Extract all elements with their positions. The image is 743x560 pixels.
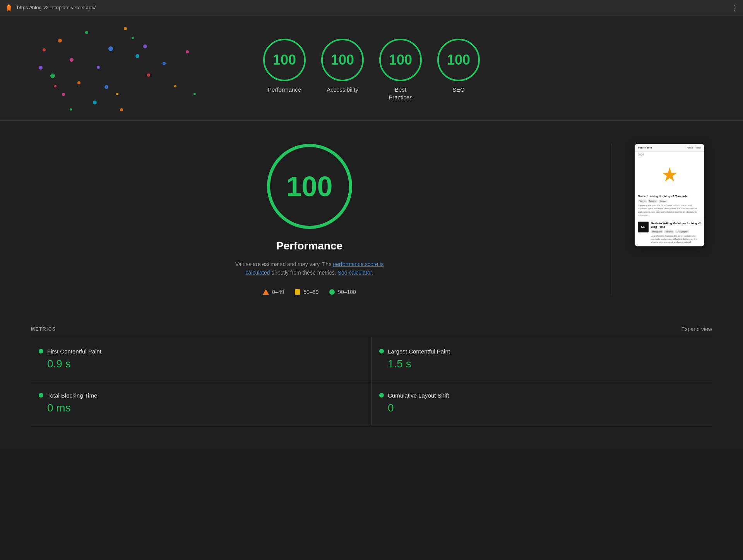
score-item-best-practices: 100 BestPractices (379, 39, 422, 101)
phone-article-1-title: Guide to using the blog.v2 Template (638, 195, 701, 198)
legend-triangle-icon (263, 289, 269, 295)
legend-circle-icon (329, 289, 335, 295)
vertical-divider (611, 144, 611, 295)
star-icon: ★ (661, 165, 678, 184)
metrics-section: METRICS Expand view First Contentful Pai… (0, 318, 743, 449)
calculator-link[interactable]: See calculator. (338, 270, 373, 276)
phone-tag-markdown: Markdown (651, 230, 663, 233)
phone-article-2: M↓ Guide to Writing Markdown for blog.v2… (635, 219, 704, 246)
phone-article-1-tags: Next.js Tailwind Vercel (638, 200, 701, 203)
phone-article-1-text: Exploring the paradox of software develo… (638, 204, 701, 217)
description-text: Values are estimated and may vary. The (235, 261, 333, 267)
metric-dot-fcp (39, 349, 43, 353)
score-item-seo: 100 SEO (437, 39, 480, 94)
phone-nav-links: About Twitter (687, 147, 701, 149)
scores-row: 100 Performance 100 Accessibility 100 Be… (0, 31, 743, 113)
score-item-performance: 100 Performance (263, 39, 306, 94)
legend-item-orange: 50–89 (295, 289, 318, 295)
phone-mockup: Your Name About Twitter 2024 ★ Guide to … (635, 144, 704, 246)
phone-tag-tailwind2: Tailwind (664, 230, 674, 233)
metric-name-fcp: First Contentful Paint (47, 348, 101, 355)
metrics-grid: First Contentful Paint 0.9 s Largest Con… (31, 337, 712, 425)
big-score-value: 100 (286, 171, 332, 202)
svg-marker-1 (7, 4, 9, 6)
markdown-icon-text: M↓ (641, 225, 645, 229)
score-label-seo: SEO (452, 86, 465, 94)
legend-item-green: 90–100 (329, 289, 356, 295)
score-circle-seo: 100 (437, 39, 480, 81)
metric-value-tbt: 0 ms (39, 402, 363, 414)
right-panel: Your Name About Twitter 2024 ★ Guide to … (635, 144, 712, 246)
phone-tag-tailwind: Tailwind (648, 200, 658, 203)
score-legend: 0–49 50–89 90–100 (263, 289, 356, 295)
metric-name-row-fcp: First Contentful Paint (39, 348, 363, 355)
metric-item-tbt: Total Blocking Time 0 ms (31, 381, 372, 425)
browser-menu-icon[interactable]: ⋮ (731, 3, 738, 12)
phone-article-1: Guide to using the blog.v2 Template Next… (635, 192, 704, 219)
main-content: 100 Performance Values are estimated and… (0, 121, 743, 318)
score-item-accessibility: 100 Accessibility (321, 39, 364, 94)
legend-range-green: 90–100 (338, 289, 356, 295)
metric-value-lcp: 1.5 s (379, 358, 704, 370)
metric-name-row-tbt: Total Blocking Time (39, 392, 363, 399)
legend-item-red: 0–49 (263, 289, 284, 295)
phone-article-2-content: Guide to Writing Markdown for blog.v2 Bl… (651, 222, 701, 244)
metrics-title: METRICS (31, 326, 56, 332)
phone-article-2-tags: Markdown Tailwind Typography (651, 230, 701, 233)
lighthouse-icon (5, 3, 13, 12)
metric-item-cls: Cumulative Layout Shift 0 (372, 381, 712, 425)
score-value-seo: 100 (447, 52, 470, 68)
legend-square-icon (295, 289, 300, 295)
metric-dot-lcp (379, 349, 384, 353)
phone-article-2-title: Guide to Writing Markdown for blog.v2 Bl… (651, 222, 701, 229)
phone-nav-name: Your Name (638, 146, 652, 149)
score-value-best-practices: 100 (389, 52, 412, 68)
score-value-performance: 100 (273, 52, 296, 68)
score-circle-best-practices: 100 (379, 39, 422, 81)
left-panel: 100 Performance Values are estimated and… (31, 144, 588, 295)
main-score-label: Performance (276, 240, 342, 252)
phone-tag-nextjs: Next.js (638, 200, 647, 203)
legend-range-red: 0–49 (272, 289, 284, 295)
legend-range-orange: 50–89 (303, 289, 318, 295)
metrics-header: METRICS Expand view (31, 326, 712, 337)
metric-value-fcp: 0.9 s (39, 358, 363, 370)
phone-nav-twitter: Twitter (694, 147, 701, 149)
phone-tag-vercel: Vercel (659, 200, 667, 203)
metric-value-cls: 0 (379, 402, 704, 414)
hero-section: 100 Performance 100 Accessibility 100 Be… (0, 15, 743, 120)
phone-header: Your Name About Twitter (635, 144, 704, 152)
metric-name-tbt: Total Blocking Time (47, 392, 97, 399)
metric-name-row-cls: Cumulative Layout Shift (379, 392, 704, 399)
confetti-dot (124, 27, 127, 30)
score-label-accessibility: Accessibility (327, 86, 358, 94)
metric-dot-tbt (39, 393, 43, 398)
score-circle-performance: 100 (263, 39, 306, 81)
score-value-accessibility: 100 (331, 52, 354, 68)
phone-nav-about: About (687, 147, 693, 149)
metric-name-row-lcp: Largest Contentful Paint (379, 348, 704, 355)
phone-article-image: ★ (635, 157, 704, 192)
score-label-performance: Performance (268, 86, 301, 94)
markdown-icon: M↓ (638, 222, 649, 232)
browser-bar: https://blog-v2-template.vercel.app/ ⋮ (0, 0, 743, 15)
browser-url: https://blog-v2-template.vercel.app/ (17, 5, 96, 10)
metric-dot-cls (379, 393, 384, 398)
score-circle-accessibility: 100 (321, 39, 364, 81)
expand-view-button[interactable]: Expand view (681, 326, 712, 332)
phone-article-2-text: Learn how to harness the art of narrativ… (651, 234, 701, 244)
description-mid: directly from these metrics. (270, 270, 338, 276)
metric-item-fcp: First Contentful Paint 0.9 s (31, 337, 372, 381)
score-label-best-practices: BestPractices (389, 86, 413, 101)
phone-year: 2024 (635, 152, 704, 157)
score-description: Values are estimated and may vary. The p… (224, 260, 395, 277)
big-score-circle: 100 (267, 144, 352, 229)
metric-name-lcp: Largest Contentful Paint (388, 348, 450, 355)
phone-tag-typography: Typography (675, 230, 689, 233)
metric-name-cls: Cumulative Layout Shift (388, 392, 449, 399)
metric-item-lcp: Largest Contentful Paint 1.5 s (372, 337, 712, 381)
